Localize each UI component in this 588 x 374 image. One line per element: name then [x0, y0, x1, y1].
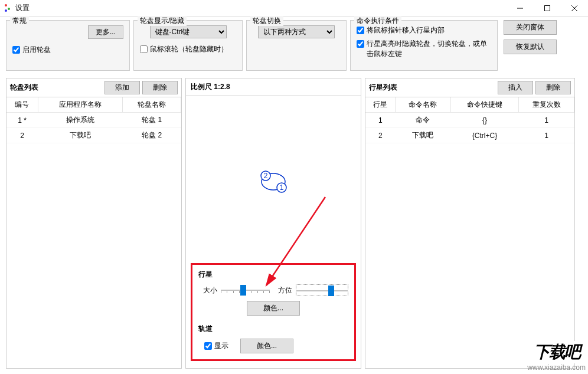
table-cell: 轮盘 1 — [123, 113, 181, 128]
planet-list-panel: 行星列表 插入 删除 行星命令名称命令快捷键重复次数 1命令{}12下载吧{Ct… — [365, 78, 575, 369]
add-button[interactable]: 添加 — [104, 81, 140, 94]
condition-opt1-input[interactable] — [357, 27, 364, 34]
table-cell: 1 — [519, 128, 574, 143]
table-header[interactable]: 轮盘名称 — [123, 97, 181, 113]
group-general: 常规 更多... 启用轮盘 — [6, 20, 130, 71]
planet-list-title: 行星列表 — [369, 83, 495, 93]
group-condition: 命令执行条件 将鼠标指针移入行星内部 行星高亮时隐藏轮盘，切换轮盘，或单击鼠标左… — [350, 20, 498, 71]
svg-rect-1 — [545, 5, 550, 11]
group-display-title: 轮盘显示/隐藏 — [138, 16, 187, 26]
table-header[interactable]: 行星 — [365, 97, 396, 113]
window-controls — [507, 0, 588, 17]
condition-opt2-label: 行星高亮时隐藏轮盘，切换轮盘，或单击鼠标左键 — [367, 39, 491, 59]
group-condition-title: 命令执行条件 — [354, 16, 401, 26]
table-header[interactable]: 应用程序名称 — [38, 97, 123, 113]
orbit-show-checkbox[interactable]: 显示 — [204, 341, 228, 351]
condition-opt2-input[interactable] — [357, 40, 364, 48]
size-label: 大小 — [198, 286, 217, 296]
top-groups-row: 常规 更多... 启用轮盘 轮盘显示/隐藏 键盘-Ctrl键 鼠标滚轮（轮盘隐藏… — [6, 20, 582, 71]
enable-wheel-label: 启用轮盘 — [22, 45, 51, 55]
delete-wheel-button[interactable]: 删除 — [142, 81, 178, 94]
table-cell: 轮盘 2 — [123, 128, 181, 143]
table-cell: {} — [450, 113, 518, 128]
minimize-button[interactable] — [507, 0, 534, 17]
group-switch-title: 轮盘切换 — [250, 16, 283, 26]
wheel-list-panel: 轮盘列表 添加 删除 编号应用程序名称轮盘名称 1 *操作系统轮盘 12下载吧轮… — [6, 78, 182, 369]
mouse-wheel-label: 鼠标滚轮（轮盘隐藏时） — [150, 44, 228, 54]
table-row[interactable]: 1 *操作系统轮盘 1 — [6, 113, 181, 128]
switch-mode-select[interactable]: 以下两种方式 — [258, 25, 335, 38]
table-cell: 2 — [6, 128, 38, 143]
orbit-display: 2 1 — [186, 96, 361, 261]
orbit-show-input[interactable] — [204, 342, 212, 350]
display-mode-select[interactable]: 键盘-Ctrl键 — [150, 25, 227, 38]
planet-orbit-section: 行星 大小 方位 — [191, 263, 356, 361]
maximize-button[interactable] — [534, 0, 561, 17]
enable-wheel-checkbox[interactable]: 启用轮盘 — [12, 45, 123, 55]
table-cell: 1 — [365, 113, 396, 128]
orbit-show-label: 显示 — [214, 341, 228, 351]
condition-opt1-label: 将鼠标指针移入行星内部 — [367, 25, 445, 35]
table-cell: 1 * — [6, 113, 38, 128]
main-row: 轮盘列表 添加 删除 编号应用程序名称轮盘名称 1 *操作系统轮盘 12下载吧轮… — [6, 78, 582, 369]
watermark: 下载吧 www.xiazaiba.com — [527, 341, 586, 372]
planet-section-title: 行星 — [198, 270, 348, 280]
table-header[interactable]: 重复次数 — [519, 97, 574, 113]
table-cell: 下载吧 — [396, 128, 451, 143]
table-cell: 1 — [519, 113, 574, 128]
wheel-list-title: 轮盘列表 — [10, 83, 102, 93]
close-button[interactable] — [561, 0, 588, 17]
scale-label: 比例尺 1:2.8 — [186, 78, 361, 96]
watermark-url: www.xiazaiba.com — [527, 363, 586, 372]
table-row[interactable]: 2下载吧轮盘 2 — [6, 128, 181, 143]
insert-button[interactable]: 插入 — [498, 81, 533, 94]
right-buttons: 关闭窗体 恢复默认 — [504, 20, 557, 54]
svg-text:2: 2 — [264, 172, 268, 180]
window-title: 设置 — [15, 3, 30, 13]
planet-table: 行星命令名称命令快捷键重复次数 1命令{}12下载吧{Ctrl+C}1 — [365, 97, 574, 143]
group-switch: 轮盘切换 以下两种方式 — [246, 20, 347, 71]
group-display: 轮盘显示/隐藏 键盘-Ctrl键 鼠标滚轮（轮盘隐藏时） — [133, 20, 243, 71]
size-slider[interactable] — [221, 284, 270, 296]
watermark-logo: 下载吧 — [527, 341, 586, 363]
close-window-button[interactable]: 关闭窗体 — [504, 20, 557, 35]
table-header[interactable]: 命令快捷键 — [450, 97, 518, 113]
mouse-wheel-checkbox[interactable]: 鼠标滚轮（轮盘隐藏时） — [140, 44, 236, 54]
orbit-section-title: 轨道 — [198, 324, 348, 334]
enable-wheel-input[interactable] — [12, 46, 20, 54]
table-header[interactable]: 编号 — [6, 97, 38, 113]
position-slider[interactable] — [296, 284, 348, 296]
table-cell: {Ctrl+C} — [450, 128, 518, 143]
preview-panel: 比例尺 1:2.8 2 1 — [185, 78, 361, 369]
orbit-color-button[interactable]: 颜色... — [240, 339, 293, 353]
table-header[interactable]: 命令名称 — [396, 97, 451, 113]
group-general-title: 常规 — [10, 16, 29, 26]
delete-planet-button[interactable]: 删除 — [535, 81, 571, 94]
table-cell: 2 — [365, 128, 396, 143]
position-label: 方位 — [273, 286, 292, 296]
wheel-table: 编号应用程序名称轮盘名称 1 *操作系统轮盘 12下载吧轮盘 2 — [6, 97, 181, 143]
table-cell: 命令 — [396, 113, 451, 128]
table-row[interactable]: 1命令{}1 — [365, 113, 574, 128]
mouse-wheel-input[interactable] — [140, 45, 148, 53]
more-button[interactable]: 更多... — [88, 25, 123, 39]
table-cell: 操作系统 — [38, 113, 123, 128]
app-icon — [4, 4, 12, 12]
restore-default-button[interactable]: 恢复默认 — [504, 40, 557, 54]
table-cell: 下载吧 — [38, 128, 123, 143]
condition-opt2-checkbox[interactable]: 行星高亮时隐藏轮盘，切换轮盘，或单击鼠标左键 — [357, 39, 491, 59]
table-row[interactable]: 2下载吧{Ctrl+C}1 — [365, 128, 574, 143]
orbit-svg: 2 1 — [256, 167, 291, 196]
titlebar: 设置 — [0, 0, 588, 17]
condition-opt1-checkbox[interactable]: 将鼠标指针移入行星内部 — [357, 25, 491, 35]
svg-text:1: 1 — [280, 183, 284, 192]
planet-color-button[interactable]: 颜色... — [247, 301, 300, 316]
